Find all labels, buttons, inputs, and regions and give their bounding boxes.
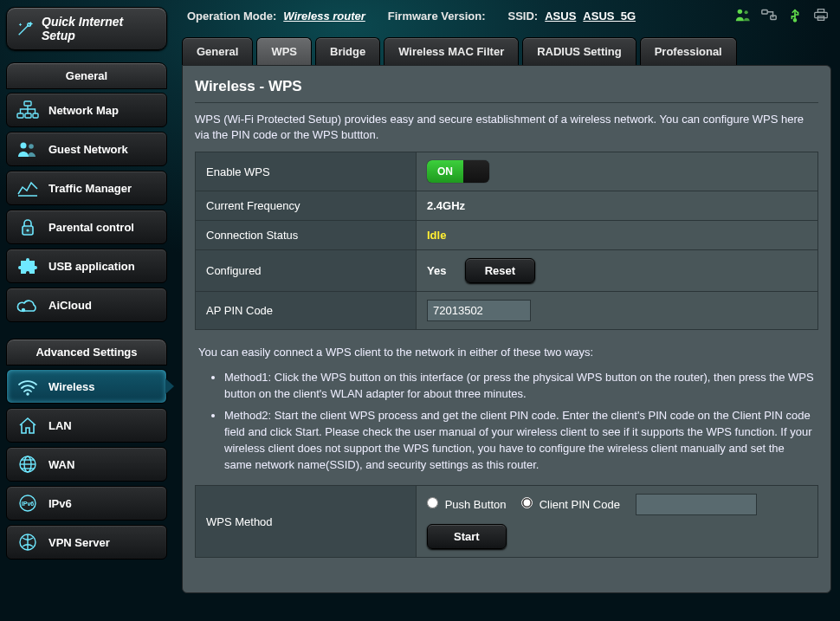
sidebar-item-vpn-server[interactable]: VPN Server: [6, 525, 167, 560]
svg-rect-28: [817, 10, 824, 13]
network-status-icon[interactable]: [760, 7, 778, 25]
svg-point-26: [794, 19, 797, 22]
sidebar-item-aicloud[interactable]: AiCloud: [6, 288, 167, 322]
svg-point-12: [26, 392, 29, 395]
puzzle-icon: [16, 256, 40, 276]
help-method2: Method2: Start the client WPS process an…: [224, 407, 815, 473]
start-button[interactable]: Start: [427, 524, 507, 549]
svg-point-6: [21, 143, 27, 149]
row-wps-method-label: WPS Method: [196, 486, 417, 558]
radio-client-pin[interactable]: [521, 497, 533, 508]
quick-internet-setup-button[interactable]: Quick Internet Setup: [6, 7, 167, 50]
row-enable-wps-label: Enable WPS: [196, 152, 417, 191]
radio-client-pin-label[interactable]: Client PIN Code: [521, 498, 623, 511]
configured-value: Yes: [427, 264, 462, 277]
sidebar-item-label: IPv6: [48, 497, 72, 510]
sidebar-item-label: Traffic Manager: [48, 182, 132, 195]
svg-rect-24: [762, 10, 767, 15]
traffic-manager-icon: [16, 178, 40, 198]
clients-icon[interactable]: [734, 7, 752, 25]
printer-status-icon[interactable]: [812, 7, 830, 25]
enable-wps-toggle[interactable]: ON: [427, 160, 489, 183]
svg-rect-2: [24, 101, 31, 106]
row-ap-pin-label: AP PIN Code: [196, 292, 417, 330]
svg-line-0: [19, 25, 29, 35]
help-method1: Method1: Click the WPS button on this in…: [224, 369, 815, 402]
fw-version-label: Firmware Version:: [388, 10, 486, 23]
svg-point-7: [29, 144, 34, 149]
svg-rect-3: [17, 113, 23, 118]
svg-text:IPv6: IPv6: [22, 501, 35, 507]
tab-bridge[interactable]: Bridge: [315, 37, 380, 65]
tab-wireless-mac-filter[interactable]: Wireless MAC Filter: [384, 37, 519, 65]
tab-general[interactable]: General: [182, 37, 253, 65]
ap-pin-code-field[interactable]: [427, 300, 531, 321]
svg-point-23: [745, 10, 748, 14]
cloud-icon: [16, 294, 40, 315]
row-configured-label: Configured: [196, 250, 417, 292]
sidebar-item-wan[interactable]: WAN: [6, 447, 167, 482]
house-icon: [16, 415, 40, 436]
toggle-on-label: ON: [427, 160, 463, 183]
ssid-2[interactable]: ASUS_5G: [583, 10, 636, 23]
globe-icon: [16, 454, 40, 475]
svg-rect-4: [25, 113, 31, 118]
sidebar-item-lan[interactable]: LAN: [6, 408, 167, 443]
svg-point-11: [22, 308, 25, 312]
row-connection-status-label: Connection Status: [196, 221, 417, 250]
sidebar-item-label: WAN: [48, 458, 74, 471]
svg-rect-5: [33, 113, 38, 118]
op-mode-value[interactable]: Wireless router: [283, 10, 365, 23]
radio-push-button[interactable]: [427, 497, 438, 508]
lock-icon: [16, 217, 40, 237]
sidebar-item-label: Guest Network: [48, 143, 128, 156]
sidebar-item-parental-control[interactable]: Parental control: [6, 210, 167, 244]
svg-point-10: [26, 229, 29, 231]
reset-button[interactable]: Reset: [465, 258, 535, 283]
sidebar-item-label: Network Map: [48, 104, 119, 117]
page-intro: WPS (Wi-Fi Protected Setup) provides eas…: [195, 112, 818, 143]
sidebar-item-label: Wireless: [48, 380, 94, 393]
svg-point-22: [738, 10, 742, 14]
qis-label: Quick Internet Setup: [42, 15, 158, 42]
ssid-1[interactable]: ASUS: [545, 10, 576, 23]
sidebar-item-label: USB application: [48, 260, 135, 273]
sidebar-item-traffic-manager[interactable]: Traffic Manager: [6, 171, 167, 205]
wand-icon: [16, 19, 35, 38]
connection-status-value: Idle: [427, 229, 446, 242]
tab-wps[interactable]: WPS: [256, 37, 312, 65]
ssid-label: SSID:: [508, 10, 539, 23]
sidebar-section-general: General: [6, 62, 167, 89]
usb-status-icon[interactable]: [786, 7, 804, 25]
sidebar-item-label: AiCloud: [48, 299, 92, 312]
sidebar-item-guest-network[interactable]: Guest Network: [6, 132, 167, 166]
sidebar-item-label: Parental control: [48, 221, 134, 234]
top-status-bar: Operation Mode: Wireless router Firmware…: [182, 5, 831, 37]
vpn-icon: [16, 532, 40, 553]
sidebar-item-label: VPN Server: [48, 536, 110, 549]
page-title: Wireless - WPS: [195, 78, 818, 95]
client-pin-input[interactable]: [636, 494, 757, 515]
ipv6-icon: IPv6: [16, 493, 40, 514]
guest-network-icon: [16, 139, 40, 159]
sidebar-item-ipv6[interactable]: IPv6 IPv6: [6, 486, 167, 521]
sidebar-item-label: LAN: [48, 419, 72, 432]
sidebar-item-network-map[interactable]: Network Map: [6, 93, 167, 127]
frequency-value: 2.4GHz: [427, 199, 465, 212]
tab-professional[interactable]: Professional: [640, 37, 737, 65]
sidebar-item-usb-application[interactable]: USB application: [6, 249, 167, 283]
network-map-icon: [16, 100, 40, 120]
tab-radius-setting[interactable]: RADIUS Setting: [522, 37, 636, 65]
sidebar-section-advanced: Advanced Settings: [6, 339, 167, 365]
row-frequency-label: Current Frequency: [196, 191, 417, 221]
sidebar-item-wireless[interactable]: Wireless: [6, 369, 167, 404]
wifi-icon: [16, 376, 40, 397]
op-mode-label: Operation Mode:: [187, 10, 276, 23]
help-intro: You can easily connect a WPS client to t…: [198, 346, 593, 359]
radio-push-button-label[interactable]: Push Button: [427, 498, 509, 511]
svg-rect-27: [815, 12, 828, 17]
